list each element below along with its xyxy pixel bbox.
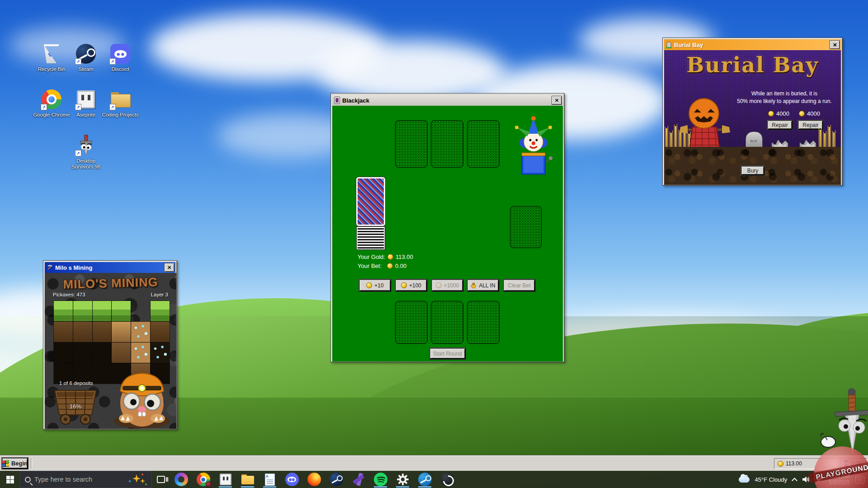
mine-block[interactable] xyxy=(93,301,112,321)
desktop-icon-discord[interactable]: ↗ Discord xyxy=(100,43,140,72)
desktop-icon-recycle-bin[interactable]: ♻ Recycle Bin xyxy=(32,43,71,72)
mine-block[interactable] xyxy=(131,343,150,363)
windows-taskbar: A xyxy=(0,471,868,488)
mine-block[interactable] xyxy=(54,322,73,342)
taskbar-search[interactable] xyxy=(20,471,152,488)
file-explorer-icon xyxy=(241,474,254,484)
mine-block[interactable] xyxy=(93,343,112,363)
your-gold-row: Your Gold: 113.00 xyxy=(358,253,413,260)
taskbar-icon-aseprite[interactable] xyxy=(214,471,236,488)
mine-block[interactable] xyxy=(151,322,170,342)
mine-block[interactable] xyxy=(112,343,131,363)
notification-center-icon[interactable] xyxy=(855,476,864,483)
cart-fill-percent: 16% xyxy=(52,403,99,410)
mine-block[interactable] xyxy=(131,301,150,321)
begin-button[interactable]: Begin xyxy=(2,458,28,469)
weather-text[interactable]: 45°F Cloudy xyxy=(755,476,788,483)
blackjack-window-title: Blackjack xyxy=(342,97,550,104)
mine-block[interactable] xyxy=(131,322,150,342)
close-icon[interactable]: ✕ xyxy=(552,96,561,104)
search-icon xyxy=(25,477,31,483)
shortcut-arrow-icon: ↗ xyxy=(75,104,81,110)
taskbar-icon-copilot[interactable] xyxy=(170,471,192,488)
taskbar-icon-settings[interactable] xyxy=(392,471,414,488)
mine-block[interactable] xyxy=(112,322,131,342)
repair-button-1[interactable]: Repair xyxy=(767,120,793,130)
mine-block[interactable] xyxy=(93,322,112,342)
start-button[interactable] xyxy=(0,471,20,488)
taskbar-icon-firefox[interactable] xyxy=(303,471,325,488)
desktop-icon-steam[interactable]: ↗ Steam xyxy=(66,43,106,72)
blackjack-titlebar[interactable]: Blackjack ✕ xyxy=(332,95,563,106)
bury-button[interactable]: Bury xyxy=(741,166,764,175)
mine-block[interactable] xyxy=(54,301,73,321)
milos-mining-window-title: Milo s Mining xyxy=(55,264,162,271)
coin-icon xyxy=(366,282,372,288)
burial-bay-window-title: Burial Bay xyxy=(674,42,828,48)
player-card-slot xyxy=(395,301,428,344)
milos-mining-titlebar[interactable]: Milo s Mining ✕ xyxy=(45,262,175,273)
taskbar-icon-visual-studio[interactable] xyxy=(347,471,369,488)
taskbar-icon-obs[interactable] xyxy=(436,471,458,488)
taskbar-icon-spotify[interactable] xyxy=(369,471,392,488)
start-round-button[interactable]: Start Round xyxy=(429,348,466,359)
desktop-survivors-game-bar: Begin 113.00 0:00 xyxy=(0,455,868,471)
bet-plus-100-button[interactable]: +100 xyxy=(395,279,427,291)
mine-block[interactable] xyxy=(54,343,73,363)
speaker-icon[interactable] xyxy=(802,476,810,483)
player-card-slot xyxy=(431,301,463,344)
your-bet-label: Your Bet: xyxy=(358,263,382,269)
gold-counter-value: 113.00 xyxy=(786,460,802,467)
taskbar-icon-chrome[interactable] xyxy=(192,471,214,488)
player-card-slot xyxy=(467,301,500,344)
desktop-icon-label: Aseprite xyxy=(76,112,95,118)
bet-plus-10-button[interactable]: +10 xyxy=(359,279,391,291)
taskbar-icon-steam-blue[interactable] xyxy=(414,471,436,488)
taskbar-icon-steam[interactable] xyxy=(325,471,347,488)
desktop-icon-label: Recycle Bin xyxy=(38,66,66,72)
repair-price-1: 4000 xyxy=(768,110,789,117)
clock-time: 5:21 AM xyxy=(829,473,850,479)
burial-bay-heading: Burial Bay xyxy=(664,53,841,77)
desktop-icon-desktop-survivors-98[interactable]: ↗ Desktop Survivors 98 xyxy=(66,135,106,170)
mine-block[interactable] xyxy=(73,343,92,363)
bet-plus-1000-button[interactable]: +1000 xyxy=(431,279,463,291)
desktop-icon-coding-projects[interactable]: ↗ Coding Projects xyxy=(100,89,140,118)
your-bet-row: Your Bet: 0.00 xyxy=(358,263,406,269)
desktop-icon-label: Steam xyxy=(78,66,93,72)
coin-icon xyxy=(387,263,393,269)
hidden-icons-chevron[interactable] xyxy=(792,478,797,483)
desktop-icon-aseprite[interactable]: ↗ Aseprite xyxy=(66,89,106,118)
taskbar-divider xyxy=(31,458,32,469)
blackjack-table: Your Gold: 113.00 Your Bet: 0.00 +10 +10… xyxy=(332,106,563,361)
mole-character xyxy=(111,368,173,429)
search-input[interactable] xyxy=(34,476,124,483)
desktop-icon-google-chrome[interactable]: ↗ Google Chrome xyxy=(32,89,71,118)
mine-block[interactable] xyxy=(112,301,131,321)
mine-block[interactable] xyxy=(73,301,92,321)
repair-price-2: 4000 xyxy=(799,110,820,117)
taskbar-clock[interactable]: 5:21 AM 5/3/2025 xyxy=(829,473,850,486)
taskbar-icon-discord[interactable] xyxy=(281,471,303,488)
taskbar-icon-notepad[interactable]: A xyxy=(259,471,281,488)
mine-block[interactable] xyxy=(151,343,170,363)
mine-block[interactable] xyxy=(93,363,112,384)
taskbar-icon-file-explorer[interactable] xyxy=(236,471,259,488)
close-icon[interactable]: ✕ xyxy=(165,263,174,272)
desktop-icon-label: Coding Projects xyxy=(102,112,138,118)
firefox-icon xyxy=(307,473,321,486)
milos-mining-logo: MILO'S MINING xyxy=(45,275,176,292)
burial-bay-titlebar[interactable]: Burial Bay ✕ xyxy=(664,39,841,50)
mine-block[interactable] xyxy=(151,301,170,321)
close-icon[interactable]: ✕ xyxy=(830,41,840,49)
clear-bet-button[interactable]: Clear Bet xyxy=(503,279,535,291)
pen-icon[interactable] xyxy=(816,476,823,483)
mine-block[interactable] xyxy=(73,322,92,342)
chrome-profile-badge xyxy=(206,481,212,487)
taskbar-icon-task-view[interactable] xyxy=(152,471,170,488)
card-deck-stack xyxy=(357,227,385,249)
timer-panel: 0:00 xyxy=(840,458,867,469)
all-in-button[interactable]: ALL IN xyxy=(467,279,499,291)
dealer-card-slot xyxy=(395,120,428,168)
coin-icon xyxy=(436,282,442,288)
